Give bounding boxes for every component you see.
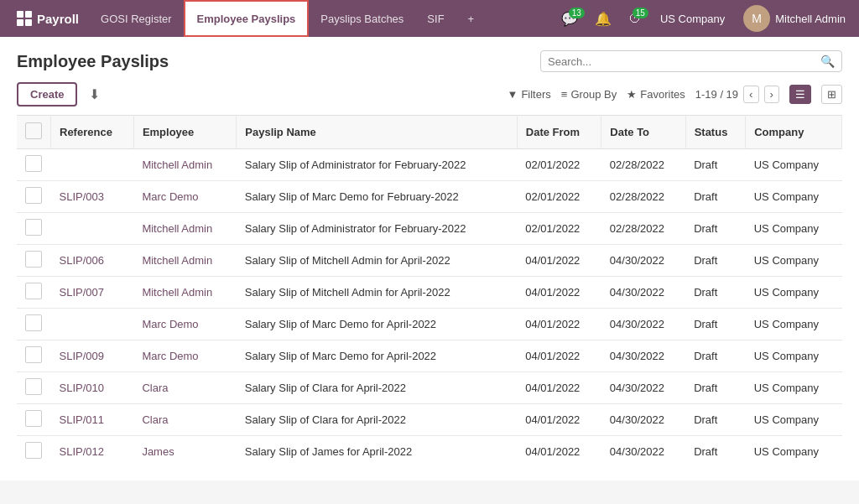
row-employee[interactable]: Marc Demo (133, 309, 236, 340)
row-checkbox[interactable] (25, 442, 42, 459)
row-status: Draft (685, 245, 746, 277)
row-payslip-name[interactable]: Salary Slip of Clara for April-2022 (237, 372, 518, 404)
filters-button[interactable]: ▼ Filters (508, 88, 551, 101)
table-row[interactable]: SLIP/012 James Salary Slip of James for … (17, 436, 842, 468)
row-checkbox-cell[interactable] (17, 404, 51, 436)
row-checkbox-cell[interactable] (17, 213, 51, 245)
activity-button[interactable]: ⏱ 15 (622, 8, 648, 29)
row-checkbox-cell[interactable] (17, 181, 51, 213)
table-row[interactable]: SLIP/006 Mitchell Admin Salary Slip of M… (17, 245, 842, 277)
row-date-from: 04/01/2022 (517, 340, 601, 372)
table-row[interactable]: SLIP/010 Clara Salary Slip of Clara for … (17, 372, 842, 404)
row-reference[interactable] (51, 149, 134, 181)
favorites-button[interactable]: ★ Favorites (627, 88, 685, 101)
row-checkbox-cell[interactable] (17, 309, 51, 340)
user-menu[interactable]: M Mitchell Admin (737, 5, 852, 32)
table-row[interactable]: Mitchell Admin Salary Slip of Administra… (17, 149, 842, 181)
row-employee[interactable]: Mitchell Admin (133, 277, 236, 309)
row-status: Draft (685, 213, 746, 245)
table-row[interactable]: SLIP/007 Mitchell Admin Salary Slip of M… (17, 277, 842, 309)
row-checkbox-cell[interactable] (17, 245, 51, 277)
row-employee[interactable]: Clara (133, 372, 236, 404)
row-checkbox[interactable] (25, 283, 42, 299)
row-checkbox[interactable] (25, 378, 42, 395)
row-employee[interactable]: Mitchell Admin (133, 149, 236, 181)
row-checkbox[interactable] (25, 187, 42, 204)
row-company: US Company (746, 245, 842, 277)
notification-button[interactable]: 🔔 (588, 8, 618, 30)
row-date-to: 02/28/2022 (601, 149, 685, 181)
row-checkbox[interactable] (25, 251, 42, 268)
row-checkbox[interactable] (25, 346, 42, 363)
company-selector[interactable]: US Company (652, 13, 733, 25)
row-payslip-name[interactable]: Salary Slip of Mitchell Admin for April-… (237, 245, 518, 277)
user-name: Mitchell Admin (775, 13, 846, 25)
table-row[interactable]: SLIP/003 Marc Demo Salary Slip of Marc D… (17, 181, 842, 213)
groupby-button[interactable]: ≡ Group By (561, 88, 617, 101)
row-reference[interactable]: SLIP/007 (51, 277, 134, 309)
search-box: 🔍 (540, 50, 842, 72)
row-checkbox-cell[interactable] (17, 436, 51, 468)
row-date-to: 04/30/2022 (601, 277, 685, 309)
row-employee[interactable]: Marc Demo (133, 181, 236, 213)
row-payslip-name[interactable]: Salary Slip of Clara for April-2022 (237, 404, 518, 436)
grid-view-button[interactable]: ⊞ (821, 85, 842, 104)
chat-button[interactable]: 💬 13 (554, 8, 585, 30)
row-checkbox[interactable] (25, 219, 42, 236)
table-row[interactable]: Mitchell Admin Salary Slip of Administra… (17, 213, 842, 245)
row-reference[interactable]: SLIP/011 (51, 404, 134, 436)
row-payslip-name[interactable]: Salary Slip of Administrator for Februar… (237, 213, 518, 245)
row-reference[interactable] (51, 309, 134, 340)
table-row[interactable]: SLIP/011 Clara Salary Slip of Clara for … (17, 404, 842, 436)
row-checkbox-cell[interactable] (17, 340, 51, 372)
row-payslip-name[interactable]: Salary Slip of Mitchell Admin for April-… (237, 277, 518, 309)
row-company: US Company (746, 436, 842, 468)
row-reference[interactable]: SLIP/006 (51, 245, 134, 277)
row-reference[interactable] (51, 213, 134, 245)
nav-gosi-register[interactable]: GOSI Register (89, 0, 184, 37)
prev-page-button[interactable]: ‹ (743, 86, 758, 103)
row-checkbox-cell[interactable] (17, 149, 51, 181)
row-checkbox-cell[interactable] (17, 277, 51, 309)
row-employee[interactable]: Mitchell Admin (133, 213, 236, 245)
download-button[interactable]: ⬇ (84, 83, 105, 106)
row-payslip-name[interactable]: Salary Slip of Marc Demo for April-2022 (237, 309, 518, 340)
filter-icon: ▼ (508, 88, 518, 101)
nav-employee-payslips[interactable]: Employee Payslips (184, 0, 310, 37)
table-row[interactable]: Marc Demo Salary Slip of Marc Demo for A… (17, 309, 842, 340)
table-body: Mitchell Admin Salary Slip of Administra… (17, 149, 842, 468)
row-employee[interactable]: Marc Demo (133, 340, 236, 372)
row-employee[interactable]: Clara (133, 404, 236, 436)
select-all-checkbox[interactable] (25, 122, 42, 139)
row-checkbox[interactable] (25, 314, 42, 331)
row-date-to: 04/30/2022 (601, 404, 685, 436)
row-payslip-name[interactable]: Salary Slip of Administrator for Februar… (237, 149, 518, 181)
row-checkbox[interactable] (25, 155, 42, 172)
create-button[interactable]: Create (17, 82, 77, 107)
row-payslip-name[interactable]: Salary Slip of James for April-2022 (237, 436, 518, 468)
row-reference[interactable]: SLIP/010 (51, 372, 134, 404)
page-title: Employee Payslips (17, 52, 169, 71)
row-checkbox-cell[interactable] (17, 372, 51, 404)
row-checkbox[interactable] (25, 410, 42, 427)
row-reference[interactable]: SLIP/003 (51, 181, 134, 213)
row-date-to: 04/30/2022 (601, 309, 685, 340)
app-logo[interactable]: Payroll (7, 11, 89, 26)
row-payslip-name[interactable]: Salary Slip of Marc Demo for April-2022 (237, 340, 518, 372)
next-page-button[interactable]: › (764, 86, 779, 103)
nav-add[interactable]: + (456, 0, 487, 37)
nav-sif[interactable]: SIF (415, 0, 456, 37)
row-employee[interactable]: Mitchell Admin (133, 245, 236, 277)
row-payslip-name[interactable]: Salary Slip of Marc Demo for February-20… (237, 181, 518, 213)
row-status: Draft (685, 340, 746, 372)
col-payslip-name: Payslip Name (237, 116, 518, 149)
search-input[interactable] (548, 55, 820, 68)
row-reference[interactable]: SLIP/009 (51, 340, 134, 372)
list-view-button[interactable]: ☰ (789, 85, 811, 104)
nav-payslips-batches[interactable]: Payslips Batches (309, 0, 415, 37)
select-all-header[interactable] (17, 116, 51, 149)
table-row[interactable]: SLIP/009 Marc Demo Salary Slip of Marc D… (17, 340, 842, 372)
row-reference[interactable]: SLIP/012 (51, 436, 134, 468)
row-employee[interactable]: James (133, 436, 236, 468)
row-company: US Company (746, 181, 842, 213)
